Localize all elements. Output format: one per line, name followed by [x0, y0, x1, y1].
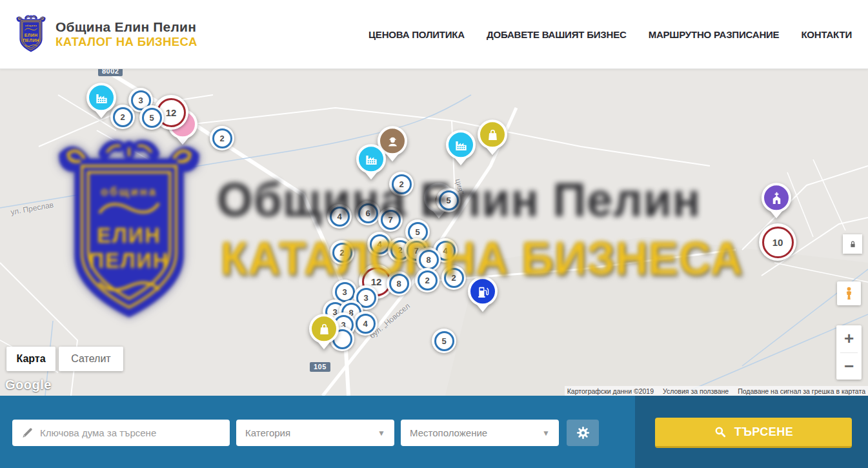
bag-icon — [309, 314, 339, 343]
category-select-value: Категория — [245, 427, 290, 438]
church-marker[interactable] — [762, 183, 791, 212]
road-badge: 8002 — [98, 69, 123, 76]
google-logo[interactable]: Google — [5, 378, 52, 392]
cluster-marker[interactable]: 10 — [759, 223, 796, 261]
nav-item-pricing[interactable]: ЦЕНОВА ПОЛИТИКА — [368, 29, 465, 40]
pegman-icon — [842, 286, 856, 301]
page: Община Елин Пелин КАТАЛОГ НА БИЗНЕСА ЦЕН… — [0, 0, 868, 468]
nav-item-route-schedule[interactable]: МАРШРУТНО РАЗПИСАНИЕ — [649, 29, 780, 40]
cluster-marker[interactable]: 2 — [441, 265, 466, 290]
shopping-marker[interactable] — [478, 119, 507, 149]
site-logo[interactable]: Община Елин Пелин КАТАЛОГ НА БИЗНЕСА — [15, 15, 197, 54]
search-bar: Категория ▼ Местоположение ▼ — [0, 396, 868, 468]
search-icon — [714, 425, 727, 438]
attribution-report-link[interactable]: Подаване на сигнал за грешка в картата — [738, 387, 865, 395]
bag-icon — [478, 119, 507, 149]
cluster-marker[interactable]: 8 — [387, 271, 411, 296]
map-type-map-button[interactable]: Карта — [6, 347, 56, 371]
cluster-marker[interactable]: 6 — [356, 201, 380, 225]
street-view-pegman-button[interactable] — [837, 281, 861, 305]
fuel-icon — [468, 276, 498, 306]
church-icon — [762, 183, 791, 212]
category-select[interactable]: Категория ▼ — [236, 420, 394, 446]
chevron-down-icon: ▼ — [542, 429, 550, 438]
cluster-marker[interactable]: 7 — [378, 207, 403, 232]
industry-marker[interactable] — [86, 83, 116, 112]
advanced-settings-button[interactable] — [567, 420, 599, 446]
road-badge: 105 — [310, 362, 330, 372]
map-attribution: Картографски данни ©2019 Условия за полз… — [565, 386, 868, 396]
cluster-marker[interactable]: 2 — [330, 240, 354, 265]
site-title: Община Елин Пелин — [56, 19, 197, 35]
lock-icon — [848, 239, 858, 249]
map-canvas[interactable]: 8002105ул. Преславбул. „Новоселция"31225… — [0, 69, 868, 396]
cluster-marker[interactable]: 5 — [436, 188, 461, 212]
cluster-marker[interactable]: 2 — [389, 172, 414, 196]
attribution-terms-link[interactable]: Условия за ползване — [663, 387, 729, 395]
map-type-satellite-button[interactable]: Сателит — [59, 347, 123, 371]
industry-marker[interactable] — [446, 130, 476, 159]
cluster-marker[interactable]: 2 — [210, 126, 234, 150]
keyword-field-wrap — [12, 420, 230, 446]
location-select-value: Местоположение — [410, 427, 487, 438]
factory-icon — [446, 130, 476, 159]
attribution-copyright: Картографски данни ©2019 — [567, 387, 654, 395]
municipality-coat-of-arms-icon — [15, 15, 46, 54]
site-subtitle: КАТАЛОГ НА БИЗНЕСА — [56, 35, 197, 48]
keyword-search-input[interactable] — [40, 420, 230, 446]
pencil-icon — [21, 427, 34, 439]
search-button-label: ТЪРСЕНЕ — [734, 425, 794, 439]
cluster-marker[interactable]: 5 — [432, 329, 456, 353]
factory-icon — [356, 144, 386, 174]
cluster-marker[interactable]: 4 — [353, 311, 378, 336]
header: Община Елин Пелин КАТАЛОГ НА БИЗНЕСА ЦЕН… — [0, 0, 868, 69]
nav-item-add-business[interactable]: ДОБАВЕТЕ ВАШИЯТ БИЗНЕС — [487, 29, 627, 40]
main-nav: ЦЕНОВА ПОЛИТИКА ДОБАВЕТЕ ВАШИЯТ БИЗНЕС М… — [368, 29, 852, 40]
cluster-marker[interactable]: 5 — [139, 105, 164, 130]
gear-icon — [576, 425, 590, 440]
location-select[interactable]: Местоположение ▼ — [401, 420, 559, 446]
zoom-out-button[interactable]: − — [836, 353, 862, 380]
factory-icon — [86, 83, 116, 112]
nav-item-contacts[interactable]: КОНТАКТИ — [801, 29, 852, 40]
chevron-down-icon: ▼ — [378, 429, 385, 438]
search-submit-button[interactable]: ТЪРСЕНЕ — [655, 418, 852, 448]
fuel-marker[interactable] — [468, 276, 498, 306]
cluster-marker[interactable]: 4 — [327, 204, 352, 229]
map-type-control: Карта Сателит — [6, 347, 123, 371]
zoom-control: + − — [836, 325, 862, 380]
shopping-marker[interactable] — [309, 314, 339, 343]
zoom-in-button[interactable]: + — [836, 325, 862, 352]
lock-control-button[interactable] — [843, 234, 862, 254]
cluster-marker[interactable]: 2 — [415, 268, 439, 292]
industry-marker[interactable] — [356, 144, 386, 174]
